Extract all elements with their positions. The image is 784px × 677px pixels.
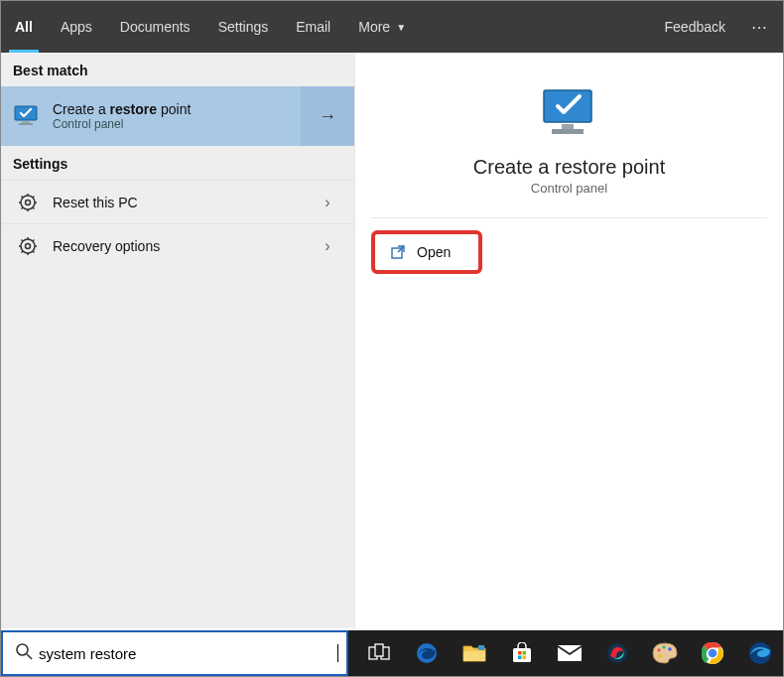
- gear-icon: [13, 236, 43, 256]
- chevron-right-icon[interactable]: ›: [301, 224, 354, 267]
- microsoft-store-icon[interactable]: [499, 633, 545, 673]
- text-cursor: [337, 644, 338, 662]
- result-title: Reset this PC: [53, 195, 301, 210]
- chevron-right-icon[interactable]: ›: [301, 181, 354, 223]
- svg-point-3: [21, 196, 35, 209]
- tab-documents[interactable]: Documents: [106, 1, 204, 53]
- chrome-icon[interactable]: [690, 633, 735, 673]
- detail-panel: Create a restore point Control panel Ope…: [354, 53, 783, 628]
- taskbar: [348, 630, 783, 676]
- svg-rect-34: [478, 645, 484, 650]
- open-button-label: Open: [417, 244, 451, 260]
- tab-email[interactable]: Email: [282, 1, 344, 53]
- photos-swirl-icon[interactable]: [594, 633, 640, 673]
- svg-point-41: [607, 643, 627, 663]
- svg-rect-39: [523, 656, 527, 660]
- svg-rect-2: [19, 123, 33, 125]
- tab-settings[interactable]: Settings: [204, 1, 283, 53]
- svg-point-44: [668, 647, 672, 651]
- svg-line-10: [33, 207, 35, 209]
- gear-icon: [13, 193, 43, 212]
- expand-arrow-icon[interactable]: →: [301, 86, 354, 146]
- svg-line-11: [33, 196, 35, 198]
- file-explorer-icon[interactable]: [452, 633, 497, 673]
- svg-rect-24: [562, 124, 574, 129]
- svg-line-22: [22, 251, 24, 253]
- chevron-down-icon: ▼: [396, 22, 406, 33]
- search-category-bar: All Apps Documents Settings Email More ▼…: [1, 1, 783, 53]
- svg-point-13: [21, 239, 35, 253]
- settings-header: Settings: [1, 146, 354, 180]
- search-icon: [15, 642, 33, 664]
- svg-point-43: [662, 645, 666, 649]
- svg-rect-38: [518, 656, 522, 660]
- result-title: Create a restore point: [53, 101, 301, 117]
- svg-rect-40: [558, 645, 582, 661]
- search-box[interactable]: [1, 630, 348, 676]
- svg-rect-33: [463, 651, 485, 661]
- tab-apps[interactable]: Apps: [47, 1, 106, 53]
- open-button[interactable]: Open: [371, 230, 482, 274]
- edge-browser-icon[interactable]: [404, 633, 450, 673]
- monitor-checkmark-icon: [538, 86, 601, 142]
- open-external-icon: [391, 244, 407, 260]
- svg-point-14: [26, 243, 31, 248]
- svg-rect-35: [513, 648, 531, 662]
- monitor-checkmark-icon: [13, 104, 43, 128]
- svg-rect-1: [22, 121, 30, 123]
- svg-rect-37: [523, 651, 527, 655]
- paint-palette-icon[interactable]: [642, 633, 688, 673]
- tab-all[interactable]: All: [1, 1, 47, 53]
- best-match-header: Best match: [1, 53, 354, 86]
- svg-line-19: [22, 239, 24, 241]
- svg-rect-31: [375, 644, 383, 656]
- result-title: Recovery options: [53, 238, 301, 254]
- result-reset-this-pc[interactable]: Reset this PC ›: [1, 180, 354, 223]
- svg-line-12: [22, 207, 24, 209]
- result-recovery-options[interactable]: Recovery options ›: [1, 223, 354, 267]
- tab-more-label: More: [358, 19, 390, 35]
- svg-point-4: [26, 200, 31, 204]
- svg-rect-25: [552, 129, 584, 134]
- svg-point-42: [657, 648, 661, 652]
- svg-line-9: [22, 196, 24, 198]
- svg-line-21: [33, 239, 35, 241]
- svg-point-45: [658, 654, 662, 658]
- detail-title: Create a restore point: [473, 156, 665, 179]
- result-create-restore-point[interactable]: Create a restore point Control panel →: [1, 86, 354, 146]
- svg-rect-36: [518, 651, 522, 655]
- overflow-menu-button[interactable]: ⋯: [737, 18, 783, 37]
- result-subtitle: Control panel: [53, 117, 301, 131]
- mail-icon[interactable]: [547, 633, 592, 673]
- results-panel: Best match Create a restore point Contro…: [1, 53, 354, 628]
- edge-classic-icon[interactable]: [737, 633, 783, 673]
- svg-point-27: [17, 644, 28, 655]
- task-view-icon[interactable]: [356, 633, 402, 673]
- svg-line-20: [33, 251, 35, 253]
- svg-point-48: [709, 649, 718, 658]
- detail-subtitle: Control panel: [531, 181, 607, 196]
- feedback-link[interactable]: Feedback: [653, 19, 737, 35]
- tab-more[interactable]: More ▼: [344, 1, 420, 53]
- search-input[interactable]: [39, 645, 336, 662]
- svg-line-28: [27, 654, 32, 659]
